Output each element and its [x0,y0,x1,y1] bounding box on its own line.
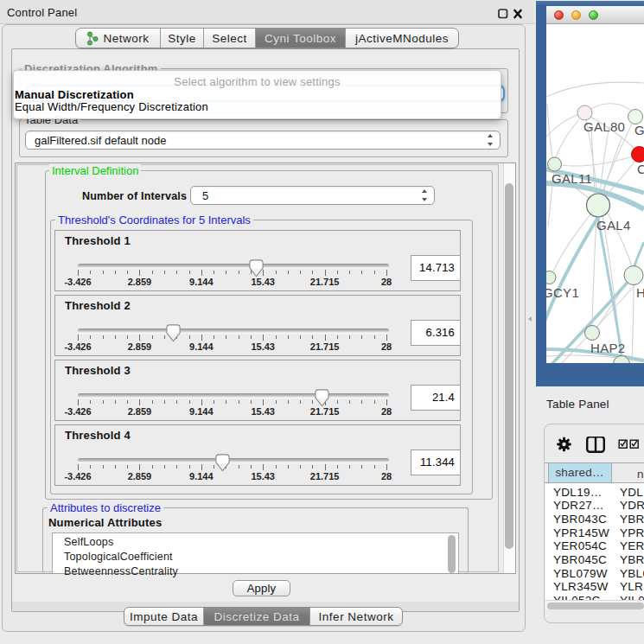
svg-text:GAL11: GAL11 [552,171,592,186]
svg-text:HAP2: HAP2 [590,341,625,355]
svg-text:H: H [636,285,644,300]
svg-text:C: C [637,162,644,176]
svg-text:GAL80: GAL80 [583,119,625,134]
svg-text:GA: GA [634,123,644,137]
svg-text:GAL4: GAL4 [596,218,631,233]
svg-text:GCY1: GCY1 [546,285,579,300]
